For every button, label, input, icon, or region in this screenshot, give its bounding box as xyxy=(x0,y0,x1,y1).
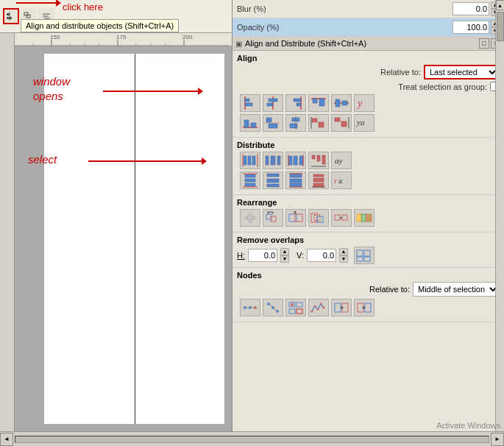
svg-rect-76 xyxy=(245,179,255,182)
rearrange-icon-6[interactable] xyxy=(354,209,375,227)
rearrange-icon-4[interactable] xyxy=(308,209,329,227)
align-icon-row2-5[interactable] xyxy=(331,114,352,132)
svg-marker-97 xyxy=(248,213,252,216)
svg-rect-50 xyxy=(335,118,340,121)
svg-point-132 xyxy=(291,303,294,306)
nodes-icon-2[interactable] xyxy=(263,299,283,316)
svg-rect-23 xyxy=(245,99,249,102)
opacity-input[interactable] xyxy=(452,21,489,34)
rearrange-icon-1[interactable] xyxy=(240,209,260,227)
svg-rect-141 xyxy=(335,303,341,312)
nodes-icon-4[interactable] xyxy=(308,299,329,316)
distribute-icon-v3[interactable] xyxy=(285,171,306,189)
horizontal-scrollbar[interactable] xyxy=(15,436,489,443)
svg-rect-133 xyxy=(297,302,302,307)
svg-rect-122 xyxy=(364,257,370,261)
svg-rect-66 xyxy=(294,156,297,165)
distribute-icon-v1[interactable] xyxy=(240,171,260,189)
section-minimize-btn[interactable]: □ xyxy=(479,38,489,49)
nodes-section: Nodes Relative to: Middle of selection F… xyxy=(233,268,504,322)
scroll-thumb[interactable] xyxy=(497,12,504,41)
svg-rect-24 xyxy=(245,103,252,106)
svg-rect-119 xyxy=(357,250,363,256)
svg-rect-39 xyxy=(244,120,249,127)
blur-label: Blur (%) xyxy=(237,4,266,13)
h-input[interactable] xyxy=(248,249,277,262)
align-distribute-title: Align and Distribute (Shift+Ctrl+A) xyxy=(245,39,479,48)
svg-rect-33 xyxy=(319,99,324,106)
svg-rect-114 xyxy=(342,215,347,220)
distribute-icon-2[interactable] xyxy=(263,152,283,169)
scroll-up-btn[interactable]: ▲ xyxy=(496,0,505,10)
align-bottom-edges-btn[interactable] xyxy=(240,114,260,132)
rearrange-icon-3[interactable] xyxy=(285,209,306,227)
distribute-icon-v4[interactable] xyxy=(308,171,329,189)
rearrange-title: Rearrange xyxy=(237,198,500,207)
canvas-white xyxy=(44,54,224,424)
remove-overlaps-apply-btn[interactable] xyxy=(354,247,375,264)
align-icon-row2-3[interactable] xyxy=(285,114,306,132)
align-text-btn[interactable]: y xyxy=(354,94,375,112)
svg-rect-72 xyxy=(322,155,325,164)
align-center-horizontal-btn[interactable] xyxy=(331,94,352,112)
svg-point-140 xyxy=(323,307,325,309)
svg-rect-36 xyxy=(342,101,347,105)
align-left-edges-btn[interactable] xyxy=(240,94,260,112)
blur-input[interactable] xyxy=(452,2,489,15)
align-icon-row2-2[interactable] xyxy=(263,114,283,132)
svg-rect-32 xyxy=(313,99,317,103)
nodes-icon-5[interactable] xyxy=(331,299,352,316)
distribute-icon-ay[interactable]: ay xyxy=(331,152,352,169)
bottom-bar: ◄ ► xyxy=(0,431,504,446)
align-ya-btn[interactable]: ya xyxy=(354,114,375,132)
svg-rect-30 xyxy=(297,103,301,106)
scroll-right-btn[interactable]: ► xyxy=(491,433,504,446)
treat-label: Treat selection as group: xyxy=(398,82,487,91)
align-top-edges-btn[interactable] xyxy=(308,94,329,112)
align-right-edges-btn[interactable] xyxy=(285,94,306,112)
remove-overlaps-title: Remove overlaps xyxy=(237,236,500,244)
svg-text:175: 175 xyxy=(116,34,127,40)
nodes-relative-to-select[interactable]: Middle of selection First selected Last … xyxy=(413,282,500,297)
nodes-icon-3[interactable] xyxy=(285,299,306,316)
distribute-icon-v2[interactable] xyxy=(263,171,283,189)
svg-text:r: r xyxy=(334,176,338,185)
svg-rect-41 xyxy=(266,118,271,122)
align-icon-row2-4[interactable] xyxy=(308,114,329,132)
nodes-icons-row xyxy=(237,299,500,316)
distribute-icon-ra[interactable]: r a xyxy=(331,171,352,189)
svg-text:150: 150 xyxy=(50,34,60,40)
align-distribute-header: ▣ Align and Distribute (Shift+Ctrl+A) □ … xyxy=(233,37,504,51)
right-panel: Blur (%) ▲ ▼ Opacity (%) ▲ ▼ ▣ Align and… xyxy=(232,0,504,446)
v-spinner[interactable]: ▲ ▼ xyxy=(339,248,348,263)
nodes-relative-to-label: Relative to: xyxy=(369,285,410,294)
distribute-icon-4[interactable] xyxy=(308,152,329,169)
rearrange-icon-2[interactable] xyxy=(263,209,283,227)
svg-text:ya: ya xyxy=(356,118,365,127)
scroll-left-btn[interactable]: ◄ xyxy=(0,433,13,446)
blur-value-group: ▲ ▼ xyxy=(452,1,500,16)
canvas-vertical-line xyxy=(135,54,135,424)
svg-rect-75 xyxy=(245,174,255,177)
svg-rect-86 xyxy=(290,174,302,177)
right-panel-scrollbar[interactable]: ▲ ▼ xyxy=(495,0,504,446)
nodes-icon-6[interactable] xyxy=(354,299,375,316)
opacity-label: Opacity (%) xyxy=(237,23,279,32)
nodes-relative-to-row: Relative to: Middle of selection First s… xyxy=(237,282,500,297)
svg-line-130 xyxy=(269,304,277,311)
v-input[interactable] xyxy=(307,249,336,262)
h-spinner[interactable]: ▲ ▼ xyxy=(280,248,289,263)
svg-rect-55 xyxy=(248,156,251,165)
distribute-icons-row1: ay xyxy=(237,152,500,169)
rearrange-icon-5[interactable] xyxy=(331,209,352,227)
nodes-icon-1[interactable] xyxy=(240,299,260,316)
align-distribute-button[interactable] xyxy=(3,8,19,24)
distribute-icon-1[interactable] xyxy=(240,152,260,169)
svg-rect-48 xyxy=(319,122,324,127)
nodes-title: Nodes xyxy=(237,271,500,280)
svg-rect-77 xyxy=(245,183,255,186)
relative-to-select[interactable]: Last selected First selected Biggest obj… xyxy=(424,65,500,79)
opacity-row: Opacity (%) ▲ ▼ xyxy=(233,18,504,37)
distribute-icon-3[interactable] xyxy=(285,152,306,169)
align-center-vertical-btn[interactable] xyxy=(263,94,283,112)
